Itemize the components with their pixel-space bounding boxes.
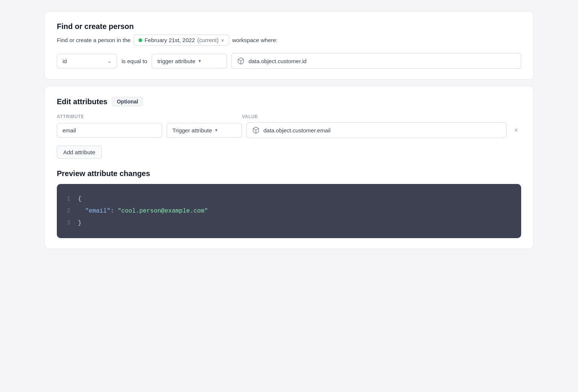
find-create-card: Find or create person Find or create a p…: [44, 11, 534, 80]
trigger-type-dropdown[interactable]: Trigger attribute ▼: [167, 123, 242, 138]
field-select[interactable]: id email name: [57, 54, 117, 68]
attributes-labels: ATTRIBUTE VALUE: [57, 114, 521, 119]
subtitle-prefix: Find or create a person in the: [57, 37, 131, 43]
attribute-value-input[interactable]: data.object.customer.email: [246, 122, 507, 138]
line-number-2: 2: [64, 205, 70, 217]
code-line-3: 3 }: [64, 217, 514, 229]
cube-icon: [237, 57, 245, 65]
value-type-dropdown[interactable]: trigger attribute ▼: [152, 54, 227, 68]
find-create-subtitle: Find or create a person in the February …: [57, 35, 521, 46]
code-content-2: "email": "cool.person@example.com": [78, 205, 208, 217]
delete-attribute-button[interactable]: ×: [511, 125, 521, 136]
code-key: "email": [85, 208, 110, 214]
preview-title: Preview attribute changes: [57, 169, 521, 178]
page-container: Find or create person Find or create a p…: [44, 11, 534, 249]
code-line-1: 1 {: [64, 193, 514, 205]
code-content-1: {: [78, 193, 82, 205]
add-attribute-button[interactable]: Add attribute: [57, 146, 102, 159]
code-content-3: }: [78, 217, 82, 229]
code-block: 1 { 2 "email": "cool.person@example.com"…: [57, 184, 521, 238]
workspace-current-label: (current): [197, 37, 219, 43]
line-number-3: 3: [64, 217, 70, 229]
workspace-date: February 21st, 2022: [144, 37, 195, 43]
workspace-selector[interactable]: February 21st, 2022 (current) ∨: [134, 35, 229, 46]
chevron-down-icon: ∨: [221, 38, 224, 43]
filter-row: id email name is equal to trigger attrib…: [57, 53, 521, 69]
value-type-label: trigger attribute: [157, 58, 195, 64]
field-select-wrapper[interactable]: id email name: [57, 54, 117, 68]
edit-attributes-card: Edit attributes Optional ATTRIBUTE VALUE…: [44, 86, 534, 249]
col-attribute-label: ATTRIBUTE: [57, 114, 162, 119]
section-header: Edit attributes Optional: [57, 97, 521, 106]
trigger-type-label: Trigger attribute: [172, 127, 212, 134]
operator-label: is equal to: [122, 58, 147, 64]
subtitle-suffix: workspace where:: [232, 37, 278, 43]
value-text: data.object.customer.id: [248, 58, 306, 64]
find-create-title: Find or create person: [57, 22, 521, 31]
value-input[interactable]: data.object.customer.id: [231, 53, 521, 69]
code-string: "cool.person@example.com": [118, 208, 208, 214]
attribute-value-text: data.object.customer.email: [263, 127, 330, 134]
dropdown-arrow-icon: ▼: [198, 59, 202, 63]
attribute-name-input[interactable]: [57, 123, 162, 138]
attribute-row: Trigger attribute ▼ data.object.customer…: [57, 122, 521, 138]
col-value-label: VALUE: [242, 114, 258, 119]
edit-attributes-title: Edit attributes: [57, 97, 107, 106]
optional-badge: Optional: [112, 97, 143, 106]
code-line-2: 2 "email": "cool.person@example.com": [64, 205, 514, 217]
cube-icon: [252, 126, 260, 134]
green-dot-icon: [138, 38, 142, 42]
dropdown-arrow-icon: ▼: [214, 128, 218, 132]
line-number-1: 1: [64, 193, 70, 205]
